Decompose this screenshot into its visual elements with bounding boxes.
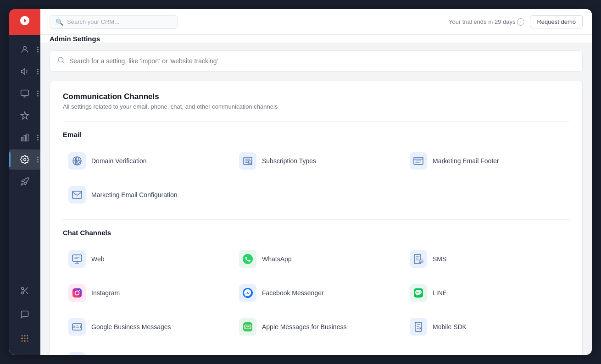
svg-point-8 [22,335,23,336]
sidebar-item-settings[interactable] [9,149,40,170]
facebook-icon [239,284,256,302]
global-search[interactable]: 🔍 Search your CRM... [50,15,178,29]
settings-search-input[interactable] [69,57,575,65]
svg-rect-1 [21,90,29,96]
sidebar-item-megaphone[interactable] [9,61,40,82]
google-business-icon [68,318,86,336]
sms-icon [410,250,427,268]
svg-rect-33 [72,324,82,330]
divider-2 [63,219,569,220]
domain-verification-icon [68,152,86,170]
apple-messages-label: Apple Messages for Business [262,323,346,331]
svg-point-5 [24,159,26,161]
email-settings-grid: Domain Verification [63,148,569,208]
svg-point-13 [27,337,28,339]
logo-icon [19,15,30,29]
svg-point-15 [24,340,25,342]
facebook-messenger-label: Facebook Messenger [262,289,324,297]
settings-search-icon [57,56,65,66]
chat-section-title: Chat Channels [63,229,569,237]
scissors-icon [20,286,29,295]
domain-verification-label: Domain Verification [91,157,147,165]
top-header: 🔍 Search your CRM... Your trial ends in … [40,9,592,35]
chat-icon [20,310,29,319]
rocket-icon [20,177,29,186]
settings-search-container [50,50,583,72]
svg-point-12 [24,337,25,339]
settings-icon [20,155,29,164]
setting-item-marketing-email-footer[interactable]: Marketing Email Footer [404,148,569,174]
web-label: Web [91,255,105,263]
google-business-label: Google Business Messages [91,323,171,331]
svg-point-20 [77,161,81,165]
sidebar-item-grid[interactable] [20,328,29,348]
divider-1 [63,121,569,121]
mobile-sdk-label: Mobile SDK [433,323,467,331]
trial-info-icon[interactable]: i [517,18,524,26]
svg-point-11 [22,337,23,339]
sidebar-item-monitor[interactable] [9,83,40,104]
svg-point-17 [58,57,63,62]
setting-item-marketing-email-config[interactable]: Marketing Email Configuration [63,182,228,208]
megaphone-icon [20,67,29,76]
whatsapp-label: WhatsApp [262,255,292,263]
setting-item-google-business[interactable]: Google Business Messages [63,314,228,340]
marketing-email-footer-label: Marketing Email Footer [433,157,499,165]
sparkles-icon [20,111,29,120]
svg-point-9 [24,335,25,336]
grid-icon [20,334,29,343]
line-label: LINE [433,289,447,297]
setting-item-facebook-messenger[interactable]: Facebook Messenger [234,280,399,306]
setting-item-web[interactable]: Web [63,246,228,272]
email-section-title: Email [63,131,569,138]
setting-item-sms[interactable]: SMS [404,246,569,272]
sidebar-item-contacts[interactable] [9,39,40,60]
support-email-icon [68,352,86,355]
chat-settings-grid: Web WhatsApp [63,246,569,355]
setting-item-line[interactable]: LINE [404,280,569,306]
setting-item-apple-messages[interactable]: Apple Messages for Business [234,314,399,340]
main-content: 🔍 Search your CRM... Your trial ends in … [40,9,592,355]
sidebar-item-scissors[interactable] [20,281,29,301]
search-placeholder: Search your CRM... [67,18,119,25]
marketing-email-config-icon [68,186,86,204]
sidebar [9,9,40,355]
chart-icon [20,133,29,142]
svg-point-14 [22,340,23,342]
contacts-icon [20,45,29,54]
trial-notice: Your trial ends in 29 days i [449,18,525,26]
sms-label: SMS [433,255,446,263]
svg-point-6 [22,287,24,290]
sidebar-item-rocket[interactable] [9,171,40,192]
web-icon [68,250,86,268]
request-demo-button[interactable]: Request demo [530,15,583,28]
sidebar-item-chat[interactable] [20,304,29,325]
svg-rect-2 [22,138,23,141]
sidebar-item-sparkles[interactable] [9,105,40,126]
sidebar-navigation [9,35,40,280]
svg-point-7 [22,292,24,294]
sidebar-item-chart[interactable] [9,127,40,148]
svg-rect-28 [72,288,82,298]
search-icon: 🔍 [56,18,63,26]
svg-rect-35 [415,322,422,331]
mobile-sdk-icon [410,318,427,336]
marketing-email-footer-icon [410,152,427,170]
apple-messages-icon [239,318,256,336]
svg-point-25 [243,254,253,264]
setting-item-mobile-sdk[interactable]: Mobile SDK [404,314,569,340]
setting-item-instagram[interactable]: Instagram [63,280,228,306]
line-icon [410,284,427,302]
sidebar-bottom [20,280,29,355]
svg-rect-3 [24,135,25,141]
admin-settings-header: Admin Settings [40,35,592,43]
sidebar-logo[interactable] [9,9,40,35]
setting-item-support-email[interactable]: Support Email Configuration [63,347,228,355]
admin-settings-title: Admin Settings [50,35,100,43]
setting-item-subscription-types[interactable]: Subscription Types [234,148,399,174]
setting-item-domain-verification[interactable]: Domain Verification [63,148,228,174]
svg-point-0 [23,46,27,50]
instagram-icon [68,284,86,302]
setting-item-whatsapp[interactable]: WhatsApp [234,246,399,272]
svg-point-16 [27,340,28,342]
